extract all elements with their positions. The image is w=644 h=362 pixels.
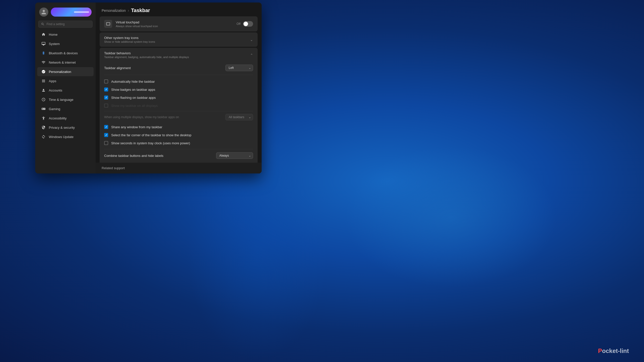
alignment-label: Taskbar alignment <box>104 66 131 70</box>
checkbox-badges-input[interactable] <box>104 87 108 92</box>
sidebar-item-label: Network & internet <box>49 61 76 64</box>
section-text: Virtual touchpad Always show virtual tou… <box>116 20 158 28</box>
sidebar-item-windows-update[interactable]: Windows Update <box>37 132 94 141</box>
sidebar-item-privacy[interactable]: Privacy & security <box>37 123 94 132</box>
behaviors-header-left: Taskbar behaviors Taskbar alignment, bad… <box>104 51 189 59</box>
virtual-touchpad-section: Virtual touchpad Always show virtual tou… <box>100 16 258 31</box>
tray-section-left: Other system tray icons Show or hide add… <box>104 36 155 43</box>
sidebar-item-accounts[interactable]: Accounts <box>37 86 94 95</box>
sidebar-item-time[interactable]: Time & language <box>37 95 94 104</box>
breadcrumb-separator: › <box>128 8 129 13</box>
search-icon <box>41 22 45 26</box>
alignment-dropdown[interactable]: Left Center <box>225 65 253 71</box>
combine-row: Combine taskbar buttons and hide labels … <box>104 149 253 162</box>
sidebar-item-label: Windows Update <box>49 135 73 139</box>
checkbox-far-corner-input[interactable] <box>104 133 108 137</box>
sidebar-item-label: Personalization <box>49 70 71 74</box>
breadcrumb-parent[interactable]: Personalization <box>102 9 126 13</box>
combine-dropdown[interactable]: Always When taskbar is full Never <box>216 152 253 159</box>
checkbox-all-displays: Show my taskbar on all displays <box>104 102 253 110</box>
other-tray-section[interactable]: Other system tray icons Show or hide add… <box>100 32 258 47</box>
time-icon <box>41 97 46 102</box>
multi-display-dropdown[interactable]: All taskbars <box>225 114 253 120</box>
update-icon <box>41 134 46 139</box>
related-support[interactable]: Related support <box>96 163 262 173</box>
toggle-container: Off <box>236 21 253 27</box>
sidebar-item-home[interactable]: Home <box>37 30 94 39</box>
nav-menu: Home System Bluetooth & devices <box>35 30 96 142</box>
checkbox-auto-hide-label: Automatically hide the taskbar <box>111 80 155 83</box>
sidebar-item-label: Accounts <box>49 88 62 92</box>
multi-display-row: When using multiple displays, show my ta… <box>104 111 253 123</box>
behaviors-title: Taskbar behaviors <box>104 51 189 55</box>
checkbox-far-corner[interactable]: Select the far corner of the taskbar to … <box>104 131 253 139</box>
checkbox-seconds[interactable]: Show seconds in system tray clock (uses … <box>104 139 253 147</box>
virtual-touchpad-header[interactable]: Virtual touchpad Always show virtual tou… <box>100 16 258 31</box>
sidebar-item-label: Home <box>49 33 58 36</box>
checkbox-flashing-input[interactable] <box>104 96 108 100</box>
checkbox-share-window-label: Share any window from my taskbar <box>111 125 162 129</box>
virtual-touchpad-toggle[interactable] <box>243 21 253 27</box>
checkbox-share-window[interactable]: Share any window from my taskbar <box>104 123 253 131</box>
sidebar-item-personalization[interactable]: Personalization <box>37 67 94 76</box>
apps-icon <box>41 79 46 83</box>
sidebar: Home System Bluetooth & devices <box>35 3 96 173</box>
touchpad-icon <box>104 20 112 28</box>
main-content: Personalization › Taskbar Virtual touchp… <box>96 3 262 173</box>
behaviors-subtitle: Taskbar alignment, badging, automaticall… <box>104 56 189 59</box>
checkbox-flashing-label: Show flashing on taskbar apps <box>111 96 156 100</box>
sidebar-item-label: Gaming <box>49 107 60 111</box>
section-header-left: Virtual touchpad Always show virtual tou… <box>104 20 158 28</box>
home-icon <box>41 32 46 37</box>
combine-dropdown-wrapper: Always When taskbar is full Never <box>216 152 253 159</box>
sidebar-item-label: Time & language <box>49 98 73 102</box>
breadcrumb-current: Taskbar <box>131 8 150 13</box>
sidebar-item-gaming[interactable]: Gaming <box>37 104 94 113</box>
virtual-touchpad-title: Virtual touchpad <box>116 20 158 24</box>
sidebar-item-label: Bluetooth & devices <box>49 51 78 55</box>
user-badge-bar <box>74 11 89 13</box>
sidebar-item-label: Accessibility <box>49 116 67 120</box>
toggle-label: Off <box>236 22 240 26</box>
checkbox-seconds-input[interactable] <box>104 141 108 145</box>
search-box[interactable] <box>38 21 93 28</box>
checkbox-auto-hide[interactable]: Automatically hide the taskbar <box>104 77 253 85</box>
sidebar-item-system[interactable]: System <box>37 39 94 48</box>
tray-title: Other system tray icons <box>104 36 155 40</box>
checkbox-badges[interactable]: Show badges on taskbar apps <box>104 85 253 94</box>
sidebar-item-accessibility[interactable]: Accessibility <box>37 114 94 123</box>
sidebar-item-label: System <box>49 42 60 46</box>
personalization-icon <box>41 69 46 74</box>
breadcrumb: Personalization › Taskbar <box>96 3 262 16</box>
avatar[interactable] <box>39 8 48 17</box>
checkbox-auto-hide-input[interactable] <box>104 79 108 83</box>
settings-window: Home System Bluetooth & devices <box>35 3 262 173</box>
behaviors-header[interactable]: Taskbar behaviors Taskbar alignment, bad… <box>100 48 258 62</box>
checkbox-flashing[interactable]: Show flashing on taskbar apps <box>104 94 253 102</box>
user-badge[interactable] <box>51 8 92 17</box>
user-section <box>35 3 96 21</box>
sidebar-item-network[interactable]: Network & internet <box>37 58 94 67</box>
checkbox-all-displays-input <box>104 104 108 108</box>
tray-chevron: ⌄ <box>250 38 253 42</box>
multi-display-label: When using multiple displays, show my ta… <box>104 115 179 119</box>
checkbox-share-window-input[interactable] <box>104 125 108 129</box>
tray-subtitle: Show or hide additional system tray icon… <box>104 40 155 43</box>
search-input[interactable] <box>47 22 90 26</box>
sidebar-item-apps[interactable]: Apps <box>37 76 94 85</box>
sidebar-item-bluetooth[interactable]: Bluetooth & devices <box>37 49 94 58</box>
watermark: Pocket-lint <box>598 347 629 354</box>
network-icon <box>41 60 46 65</box>
sidebar-item-label: Privacy & security <box>49 126 75 129</box>
checkbox-far-corner-label: Select the far corner of the taskbar to … <box>111 133 191 137</box>
accessibility-icon <box>41 116 46 120</box>
checkbox-badges-label: Show badges on taskbar apps <box>111 88 155 92</box>
system-icon <box>41 41 46 46</box>
behaviors-chevron: ⌄ <box>250 53 253 57</box>
behaviors-body: Taskbar alignment Left Center Automatica… <box>100 62 258 163</box>
taskbar-behaviors-section: Taskbar behaviors Taskbar alignment, bad… <box>100 48 258 163</box>
sidebar-item-label: Apps <box>49 79 56 83</box>
virtual-touchpad-subtitle: Always show virtual touchpad icon <box>116 25 158 28</box>
accounts-icon <box>41 88 46 93</box>
checkbox-seconds-label: Show seconds in system tray clock (uses … <box>111 141 190 145</box>
